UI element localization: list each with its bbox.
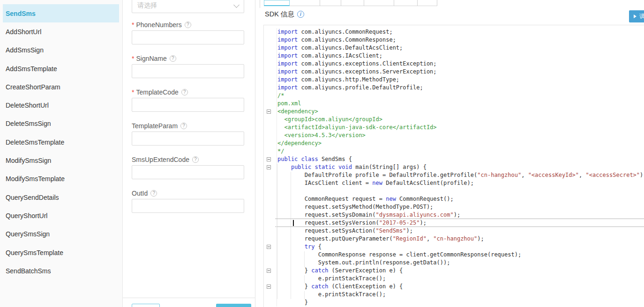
sidebar-item-AddShortUrl[interactable]: AddShortUrl [3, 22, 119, 41]
sdk-tab-1[interactable] [264, 0, 290, 6]
code-gutter [264, 147, 277, 155]
request-form-panel: 请选择 *PhoneNumbers*SignName*TemplateCodeT… [123, 0, 255, 307]
sidebar-item-DeleteSmsSign[interactable]: DeleteSmsSign [3, 115, 119, 133]
sidebar-item-SendSms[interactable]: SendSms [3, 4, 119, 22]
help-question-icon[interactable] [181, 89, 188, 95]
code-line-3[interactable]: import com.aliyuncs.DefaultAcsClient; [264, 44, 644, 52]
code-line-30[interactable]: System.out.println(response.getData()); [264, 259, 644, 267]
code-line-10[interactable]: pom.xml [264, 100, 644, 108]
code-line-23[interactable]: request.setSysMethod(MethodType.POST); [264, 203, 644, 211]
code-line-27[interactable]: request.putQueryParameter("RegionId", "c… [264, 235, 644, 243]
code-line-24[interactable]: request.setSysDomain("dysmsapi.aliyuncs.… [264, 211, 644, 219]
input-TemplateParam[interactable] [132, 132, 244, 146]
code-line-25[interactable]: request.setSysVersion("2017-05-25"); [264, 219, 644, 227]
code-line-13[interactable]: <artifactId>aliyun-java-sdk-core</artifa… [264, 124, 644, 132]
code-line-1[interactable]: import com.aliyuncs.CommonRequest; [264, 28, 644, 36]
code-text: e.printStackTrace(); [277, 291, 386, 299]
field-TemplateCode: *TemplateCode [132, 88, 244, 112]
code-text: /* [277, 92, 284, 100]
sidebar-item-QueryShortUrl[interactable]: QueryShortUrl [3, 206, 119, 225]
code-line-18[interactable]: public static void main(String[] args) { [264, 163, 644, 171]
input-OutId[interactable] [132, 199, 244, 213]
fold-collapse-icon[interactable] [267, 245, 271, 249]
code-line-35[interactable]: } [264, 299, 644, 307]
code-line-19[interactable]: DefaultProfile profile = DefaultProfile.… [264, 171, 644, 179]
sdk-info-title: SDK 信息 [265, 10, 294, 19]
code-gutter [264, 68, 277, 76]
help-question-icon[interactable] [150, 190, 157, 197]
region-select-placeholder: 请选择 [137, 1, 157, 10]
sidebar-item-AddSmsTemplate[interactable]: AddSmsTemplate [3, 59, 119, 78]
help-question-icon[interactable] [192, 156, 199, 163]
fold-collapse-icon[interactable] [267, 269, 271, 273]
sidebar-item-AddSmsSign[interactable]: AddSmsSign [3, 41, 119, 59]
sidebar-item-QuerySmsTemplate[interactable]: QuerySmsTemplate [3, 243, 119, 262]
sidebar-item-QuerySmsSign[interactable]: QuerySmsSign [3, 225, 119, 243]
help-question-icon[interactable] [170, 55, 176, 62]
sidebar-item-ModifySmsTemplate[interactable]: ModifySmsTemplate [3, 170, 119, 188]
code-line-16[interactable]: */ [264, 147, 644, 155]
code-line-9[interactable]: /* [264, 92, 644, 100]
code-gutter [264, 44, 277, 52]
sdk-tab-5[interactable] [364, 0, 394, 6]
code-line-26[interactable]: request.setSysAction("SendSms"); [264, 227, 644, 235]
code-line-6[interactable]: import com.aliyuncs.exceptions.ServerExc… [264, 68, 644, 76]
code-line-29[interactable]: CommonResponse response = client.getComm… [264, 251, 644, 259]
code-line-33[interactable]: } catch (ClientException e) { [264, 283, 644, 291]
code-gutter [264, 116, 277, 124]
sidebar-item-ModifySmsSign[interactable]: ModifySmsSign [3, 151, 119, 169]
sdk-tab-2[interactable] [290, 0, 320, 6]
sdk-tab-6[interactable] [394, 0, 418, 6]
submit-button[interactable] [216, 304, 251, 307]
code-line-21[interactable] [264, 187, 644, 195]
help-question-icon[interactable] [185, 22, 191, 28]
sdk-tab-7[interactable] [418, 0, 437, 6]
input-SignName[interactable] [132, 64, 244, 78]
code-line-17[interactable]: public class SendSms { [264, 155, 644, 163]
code-line-20[interactable]: IAcsClient client = new DefaultAcsClient… [264, 179, 644, 187]
code-line-4[interactable]: import com.aliyuncs.IAcsClient; [264, 52, 644, 60]
code-line-12[interactable]: <groupId>com.aliyun</groupId> [264, 116, 644, 124]
input-TemplateCode[interactable] [132, 98, 244, 112]
sdk-tab-3[interactable] [320, 0, 341, 6]
info-icon[interactable] [297, 11, 304, 18]
code-line-28[interactable]: try { [264, 243, 644, 251]
code-line-34[interactable]: e.printStackTrace(); [264, 291, 644, 299]
code-text: IAcsClient client = new DefaultAcsClient… [277, 179, 474, 187]
region-select[interactable]: 请选择 [132, 0, 244, 13]
code-line-5[interactable]: import com.aliyuncs.exceptions.ClientExc… [264, 60, 644, 68]
code-text: <dependency> [277, 108, 318, 116]
debug-button-label: 调试SDK [639, 13, 644, 21]
code-line-32[interactable]: e.printStackTrace(); [264, 275, 644, 283]
input-SmsUpExtendCode[interactable] [132, 165, 244, 179]
code-line-22[interactable]: CommonRequest request = new CommonReques… [264, 195, 644, 203]
code-line-31[interactable]: } catch (ServerException e) { [264, 267, 644, 275]
code-text [277, 187, 277, 195]
code-gutter [264, 155, 277, 163]
help-question-icon[interactable] [180, 123, 187, 129]
code-text: <version>4.5.3</version> [277, 132, 366, 139]
code-line-14[interactable]: <version>4.5.3</version> [264, 132, 644, 139]
required-asterisk: * [132, 21, 134, 29]
code-line-2[interactable]: import com.aliyuncs.CommonResponse; [264, 36, 644, 44]
input-PhoneNumbers[interactable] [132, 30, 244, 44]
code-line-7[interactable]: import com.aliyuncs.http.MethodType; [264, 76, 644, 84]
sidebar-item-DeleteShortUrl[interactable]: DeleteShortUrl [3, 96, 119, 114]
sidebar-item-CreateShortParam[interactable]: CreateShortParam [3, 78, 119, 96]
fold-collapse-icon[interactable] [267, 165, 271, 169]
code-line-15[interactable]: </dependency> [264, 139, 644, 147]
sidebar-item-DeleteSmsTemplate[interactable]: DeleteSmsTemplate [3, 133, 119, 151]
sdk-header: SDK 信息 [265, 10, 304, 19]
reset-button[interactable] [132, 304, 160, 307]
code-line-11[interactable]: <dependency> [264, 108, 644, 116]
fold-collapse-icon[interactable] [267, 110, 271, 114]
code-editor[interactable]: import com.aliyuncs.CommonRequest;import… [263, 25, 644, 307]
debug-sdk-button[interactable]: 调试SDK [629, 10, 644, 22]
sdk-tab-4[interactable] [341, 0, 364, 6]
field-label-text: SignName [136, 55, 166, 62]
fold-collapse-icon[interactable] [267, 285, 271, 289]
sidebar-item-SendBatchSms[interactable]: SendBatchSms [3, 262, 119, 280]
code-line-8[interactable]: import com.aliyuncs.profile.DefaultProfi… [264, 84, 644, 92]
sidebar-item-QuerySendDetails[interactable]: QuerySendDetails [3, 188, 119, 206]
fold-collapse-icon[interactable] [267, 157, 271, 161]
